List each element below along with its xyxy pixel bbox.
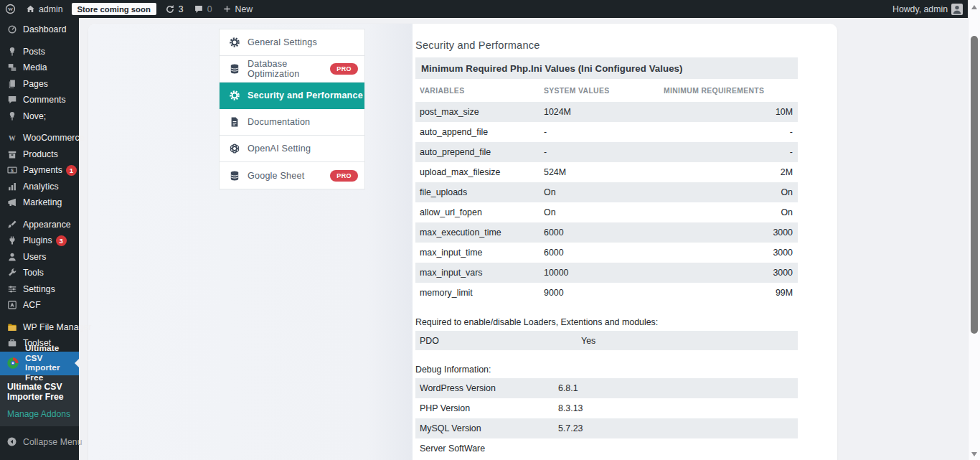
scrollbar-thumb[interactable] bbox=[971, 36, 978, 334]
howdy-account-button[interactable]: Howdy, admin bbox=[887, 0, 968, 18]
sidebar-item-analytics[interactable]: Analytics bbox=[0, 179, 79, 195]
collapse-menu-label: Collapse Menu bbox=[23, 437, 83, 447]
gear-icon bbox=[229, 37, 240, 48]
table-cell: 10000 bbox=[540, 268, 659, 278]
sidebar-item-users[interactable]: Users bbox=[0, 249, 79, 266]
php-ini-table-header: Minimum Required Php.Ini Values (Ini Con… bbox=[415, 57, 798, 79]
sidebar-item-wp-file-manager[interactable]: WP File Manager bbox=[0, 319, 79, 336]
table-row: max_input_vars100003000 bbox=[415, 263, 798, 283]
column-header: VARIABLES bbox=[415, 87, 540, 95]
wordpress-menu-button[interactable]: W bbox=[0, 0, 21, 18]
sidebar-item-ultimate-csv-importer-free[interactable]: Ultimate CSV Importer Free bbox=[0, 352, 79, 375]
table-cell: On bbox=[659, 187, 798, 197]
page-title: Security and Performance bbox=[415, 39, 798, 51]
sidebar-item-label: Comments bbox=[23, 95, 66, 105]
sidebar-item-woocommerce[interactable]: WWooCommerce bbox=[0, 130, 79, 146]
settings-nav-label: Google Sheet bbox=[248, 171, 304, 181]
settings-content: Security and Performance Minimum Require… bbox=[415, 24, 798, 459]
plus-icon bbox=[222, 4, 232, 14]
menu-separator bbox=[0, 124, 79, 130]
table-row: WordPress Version6.8.1 bbox=[415, 378, 798, 398]
settings-nav-item-database-optimization[interactable]: Database OptimizationPRO bbox=[220, 56, 364, 83]
sidebar-item-label: Media bbox=[23, 62, 47, 72]
table-cell: On bbox=[540, 187, 659, 197]
settings-nav-item-google-sheet[interactable]: Google SheetPRO bbox=[220, 162, 364, 189]
plugin-submenu: Ultimate CSV Importer Free Manage Addons bbox=[0, 375, 79, 426]
collapse-menu-button[interactable]: Collapse Menu bbox=[0, 434, 79, 451]
table-cell: max_execution_time bbox=[415, 227, 540, 238]
sidebar-item-appearance[interactable]: Appearance bbox=[0, 217, 79, 233]
table-cell: 3000 bbox=[659, 268, 798, 278]
acf-icon bbox=[6, 300, 17, 311]
sidebar-item-settings[interactable]: Settings bbox=[0, 281, 79, 298]
scroll-up-arrow-icon[interactable] bbox=[971, 5, 977, 9]
settings-nav-item-security-and-performance[interactable]: Security and Performance bbox=[220, 83, 364, 109]
sidebar-item-marketing[interactable]: Marketing bbox=[0, 194, 79, 211]
submenu-item-manage-addons[interactable]: Manage Addons bbox=[0, 403, 79, 419]
doc-icon bbox=[229, 116, 240, 128]
settings-nav-item-openai-setting[interactable]: OpenAI Setting bbox=[220, 136, 364, 162]
table-row: upload_max_filesize524M2M bbox=[415, 162, 798, 182]
database-icon bbox=[229, 170, 240, 182]
sidebar-item-pages[interactable]: Pages bbox=[0, 76, 79, 93]
table-cell: PDO bbox=[415, 336, 577, 346]
sidebar-item-label: Tools bbox=[23, 268, 44, 278]
scroll-down-arrow-icon[interactable] bbox=[971, 452, 977, 456]
table-row: auto_prepend_file-- bbox=[415, 142, 798, 162]
brush-icon bbox=[6, 219, 17, 230]
column-header: SYSTEM VALUES bbox=[540, 87, 659, 95]
table-cell: 3000 bbox=[659, 227, 798, 238]
table-cell: - bbox=[659, 147, 798, 157]
pages-icon bbox=[6, 78, 17, 89]
howdy-text: Howdy, admin bbox=[892, 4, 948, 14]
table-cell: 9000 bbox=[540, 288, 659, 298]
table-cell: 3000 bbox=[659, 248, 798, 258]
updates-button[interactable]: 3 bbox=[160, 0, 189, 18]
sidebar-item-label: Nove; bbox=[23, 111, 46, 121]
settings-nav-item-documentation[interactable]: Documentation bbox=[220, 109, 364, 136]
megaphone-icon bbox=[6, 197, 17, 208]
sidebar-item-label: Ultimate CSV Importer Free bbox=[25, 344, 75, 382]
user-icon bbox=[6, 251, 17, 262]
table-row: PDOYes bbox=[415, 331, 798, 350]
settings-nav-label: Security and Performance bbox=[248, 90, 363, 100]
table-row: PHP Version8.3.13 bbox=[415, 398, 798, 418]
sidebar-item-products[interactable]: Products bbox=[0, 146, 79, 163]
notification-badge: 3 bbox=[56, 235, 67, 246]
table-row: MySQL Version5.7.23 bbox=[415, 418, 798, 438]
sidebar-item-payments[interactable]: $Payments1 bbox=[0, 162, 79, 179]
sidebar-item-label: ACF bbox=[23, 300, 41, 310]
table-row: auto_append_file-- bbox=[415, 122, 798, 142]
sidebar-item-acf[interactable]: ACF bbox=[0, 297, 79, 314]
table-cell: 10M bbox=[659, 107, 798, 117]
sidebar-item-plugins[interactable]: Plugins3 bbox=[0, 233, 79, 249]
table-cell: upload_max_filesize bbox=[415, 167, 540, 177]
sidebar-item-label: Settings bbox=[23, 284, 55, 294]
sidebar-item-tools[interactable]: Tools bbox=[0, 265, 79, 281]
sidebar-item-nove[interactable]: Nove; bbox=[0, 108, 79, 125]
sidebar-item-media[interactable]: Media bbox=[0, 60, 79, 76]
sidebar-item-label: WP File Manager bbox=[23, 322, 91, 332]
new-content-button[interactable]: New bbox=[217, 0, 258, 18]
sidebar-item-dashboard[interactable]: Dashboard bbox=[0, 22, 79, 38]
table-cell: On bbox=[540, 207, 659, 217]
page-scrollbar[interactable] bbox=[968, 0, 980, 460]
wp-admin-sidebar: DashboardPostsMediaPagesCommentsNove;WWo… bbox=[0, 18, 79, 460]
sidebar-item-label: Pages bbox=[23, 79, 48, 89]
comments-button[interactable]: 0 bbox=[189, 0, 217, 18]
sidebar-item-posts[interactable]: Posts bbox=[0, 44, 79, 60]
sidebar-item-comments[interactable]: Comments bbox=[0, 92, 79, 108]
table-cell: 1024M bbox=[540, 107, 659, 117]
table-cell: 6000 bbox=[540, 227, 659, 238]
site-name-button[interactable]: admin bbox=[21, 0, 68, 18]
openai-icon bbox=[229, 143, 240, 154]
table-cell: allow_url_fopen bbox=[415, 207, 540, 217]
svg-text:$: $ bbox=[11, 168, 14, 174]
settings-nav-item-general-settings[interactable]: General Settings bbox=[220, 29, 364, 56]
money-icon: $ bbox=[6, 165, 17, 176]
sliders-icon bbox=[6, 283, 17, 294]
submenu-item-ultimate-csv-importer-free[interactable]: Ultimate CSV Importer Free bbox=[0, 382, 79, 403]
table-row: memory_limit900099M bbox=[415, 283, 798, 303]
box-icon bbox=[6, 149, 17, 159]
admin-bar: W admin Store coming soon 3 0 New Howdy,… bbox=[0, 0, 968, 18]
